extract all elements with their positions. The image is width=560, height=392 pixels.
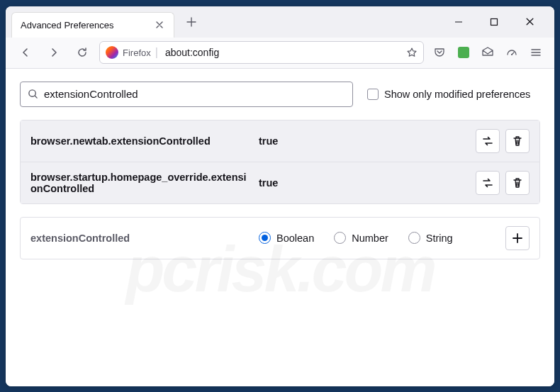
pref-value: true (259, 135, 467, 147)
delete-button[interactable] (505, 171, 530, 195)
pocket-icon[interactable] (430, 43, 449, 62)
type-radios: Boolean Number String (259, 232, 497, 244)
radio-icon (334, 232, 346, 244)
radio-boolean[interactable]: Boolean (259, 232, 314, 244)
content-area: Show only modified preferences browser.n… (6, 69, 554, 386)
toolbar: Firefox | about:config (6, 38, 554, 69)
radio-icon (259, 232, 271, 244)
window-controls (448, 11, 549, 33)
search-box[interactable] (20, 82, 353, 107)
inbox-icon[interactable] (478, 43, 498, 62)
minimize-button[interactable] (448, 11, 469, 33)
pref-actions (476, 171, 530, 195)
titlebar: Advanced Preferences (6, 6, 554, 38)
menu-icon[interactable] (526, 43, 546, 62)
toolbar-icons (430, 43, 546, 62)
new-tab-button[interactable] (180, 11, 203, 33)
tab-title: Advanced Preferences (21, 20, 154, 30)
close-window-button[interactable] (519, 11, 540, 33)
pref-actions (476, 129, 530, 153)
pref-name: browser.newtab.extensionControlled (30, 135, 250, 147)
pref-row[interactable]: browser.startup.homepage_override.extens… (21, 162, 539, 203)
pref-value: true (259, 177, 467, 189)
back-button[interactable] (14, 41, 37, 64)
url-text: about:config (165, 47, 402, 58)
new-pref-name: extensionControlled (30, 233, 250, 244)
search-icon (28, 89, 38, 99)
dashboard-icon[interactable] (502, 43, 522, 62)
firefox-icon (106, 46, 118, 59)
close-tab-icon[interactable] (154, 19, 165, 30)
forward-button[interactable] (43, 41, 65, 64)
svg-point-1 (511, 54, 513, 55)
bookmark-star-icon[interactable] (406, 47, 418, 58)
extension-icon[interactable] (454, 43, 474, 62)
radio-number[interactable]: Number (334, 232, 388, 244)
radio-label: String (426, 233, 453, 244)
search-input[interactable] (44, 88, 345, 100)
maximize-button[interactable] (483, 11, 505, 33)
add-button[interactable] (505, 226, 530, 250)
search-row: Show only modified preferences (20, 82, 540, 107)
pref-name: browser.startup.homepage_override.extens… (30, 172, 250, 194)
modified-only-checkbox[interactable]: Show only modified preferences (367, 89, 530, 100)
pref-row[interactable]: browser.newtab.extensionControlled true (21, 121, 539, 162)
toggle-button[interactable] (476, 129, 500, 153)
reload-button[interactable] (71, 41, 94, 64)
svg-rect-0 (491, 18, 498, 25)
url-bar[interactable]: Firefox | about:config (99, 41, 424, 64)
checkbox-icon (367, 89, 379, 100)
toggle-button[interactable] (476, 171, 500, 195)
radio-label: Boolean (276, 233, 314, 244)
delete-button[interactable] (505, 129, 530, 153)
radio-string[interactable]: String (408, 232, 453, 244)
browser-tab[interactable]: Advanced Preferences (11, 12, 174, 38)
pref-actions (505, 226, 530, 250)
new-pref-row: extensionControlled Boolean Number Strin… (20, 217, 540, 259)
prefs-list: browser.newtab.extensionControlled true … (20, 120, 540, 204)
identity-label: Firefox (123, 47, 151, 58)
radio-label: Number (352, 233, 388, 244)
checkbox-label: Show only modified preferences (384, 89, 530, 100)
radio-icon (408, 232, 420, 244)
browser-window: Advanced Preferences (6, 6, 554, 386)
